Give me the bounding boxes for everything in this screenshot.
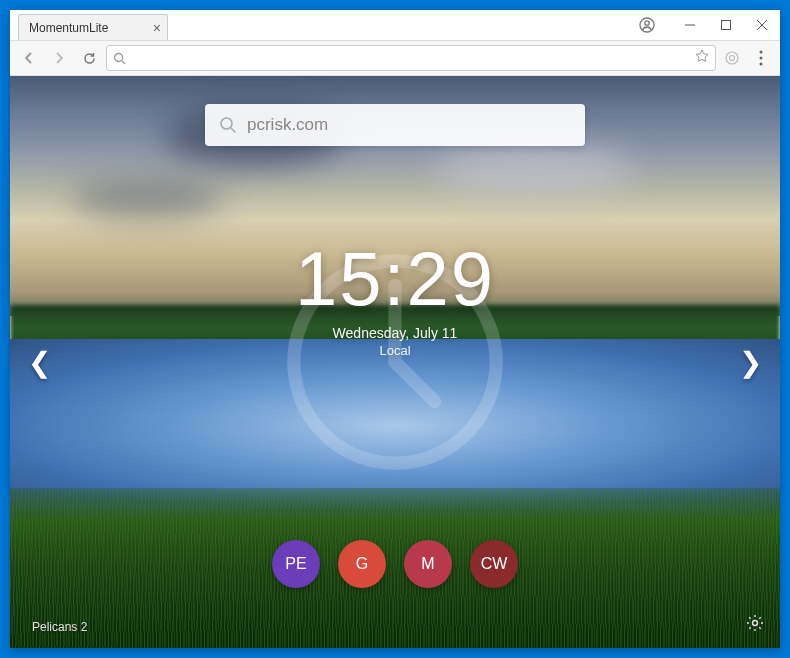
svg-point-1: [645, 21, 649, 25]
titlebar: MomentumLite ×: [10, 10, 780, 40]
clock-time: 15:29: [295, 241, 495, 317]
svg-rect-3: [722, 21, 731, 30]
svg-point-8: [726, 52, 738, 64]
back-button[interactable]: [16, 45, 42, 71]
svg-line-15: [231, 128, 236, 133]
shortcut-m[interactable]: M: [404, 540, 452, 588]
svg-point-14: [221, 118, 232, 129]
svg-point-16: [753, 621, 758, 626]
shortcut-pe[interactable]: PE: [272, 540, 320, 588]
browser-tab[interactable]: MomentumLite ×: [18, 14, 168, 40]
next-arrow[interactable]: ❯: [729, 336, 772, 389]
reload-button[interactable]: [76, 45, 102, 71]
account-icon[interactable]: [632, 17, 662, 33]
menu-button[interactable]: [748, 45, 774, 71]
new-tab-page: pcrisk.com 15:29 Wednesday, July 11 Loca…: [10, 76, 780, 648]
tab-title: MomentumLite: [29, 21, 108, 35]
search-icon: [219, 116, 237, 134]
shortcut-g[interactable]: G: [338, 540, 386, 588]
close-window-button[interactable]: [744, 10, 780, 40]
minimize-button[interactable]: [672, 10, 708, 40]
svg-point-6: [115, 53, 123, 61]
svg-point-12: [760, 63, 763, 66]
maximize-button[interactable]: [708, 10, 744, 40]
settings-gear-icon[interactable]: [746, 614, 764, 636]
address-input[interactable]: [130, 51, 691, 66]
browser-window: MomentumLite ×: [10, 10, 780, 648]
window-controls: [632, 10, 780, 40]
forward-button[interactable]: [46, 45, 72, 71]
svg-line-7: [122, 60, 126, 64]
prev-arrow[interactable]: ❮: [18, 336, 61, 389]
clock-tz: Local: [295, 343, 495, 358]
svg-point-10: [760, 51, 763, 54]
svg-point-9: [730, 56, 735, 61]
browser-toolbar: [10, 40, 780, 76]
search-box[interactable]: pcrisk.com: [205, 104, 585, 146]
search-icon: [113, 52, 126, 65]
extension-icon[interactable]: [720, 46, 744, 70]
shortcut-cw[interactable]: CW: [470, 540, 518, 588]
clock-date: Wednesday, July 11: [295, 325, 495, 341]
search-value: pcrisk.com: [247, 115, 571, 135]
clock-area: 15:29 Wednesday, July 11 Local: [295, 241, 495, 358]
background-caption: Pelicans 2: [32, 620, 87, 634]
close-tab-icon[interactable]: ×: [153, 21, 161, 35]
shortcuts-row: PE G M CW: [272, 540, 518, 588]
bookmark-star-icon[interactable]: [695, 49, 709, 67]
address-bar[interactable]: [106, 45, 716, 71]
svg-point-11: [760, 57, 763, 60]
